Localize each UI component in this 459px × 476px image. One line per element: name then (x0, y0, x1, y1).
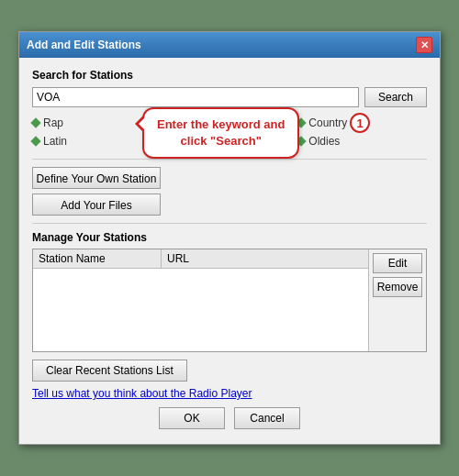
edit-button[interactable]: Edit (373, 253, 422, 273)
tooltip-number: 1 (350, 113, 370, 133)
search-button[interactable]: Search (364, 87, 427, 107)
remove-button[interactable]: Remove (373, 277, 422, 297)
close-button[interactable]: ✕ (416, 37, 432, 53)
table-main: Station Name URL (33, 249, 368, 351)
stations-table: Station Name URL Edit Remove (32, 249, 427, 352)
genre-label: Oldies (308, 135, 340, 148)
search-input[interactable] (32, 87, 359, 107)
diamond-icon (30, 136, 40, 146)
feedback-link[interactable]: Tell us what you think about the Radio P… (32, 387, 427, 400)
col-station-name: Station Name (33, 249, 162, 268)
genre-label: Latin (43, 135, 67, 148)
table-side-buttons: Edit Remove (368, 249, 426, 351)
ok-button[interactable]: OK (159, 407, 225, 429)
table-header: Station Name URL (33, 249, 368, 269)
search-section-label: Search for Stations (32, 69, 427, 82)
title-bar: Add and Edit Stations ✕ (19, 32, 440, 58)
diamond-icon (30, 117, 40, 127)
divider-2 (32, 223, 427, 224)
bottom-section: Clear Recent Stations List Tell us what … (32, 360, 427, 433)
tooltip-line2: click "Search" (181, 134, 262, 148)
genre-label: Rap (43, 116, 63, 129)
cancel-button[interactable]: Cancel (234, 407, 300, 429)
add-files-button[interactable]: Add Your Files (32, 194, 161, 216)
col-url: URL (162, 249, 368, 268)
define-station-button[interactable]: Define Your Own Station (32, 167, 161, 189)
genre-oldies[interactable]: Oldies (297, 133, 427, 149)
tooltip-line1: Enter the keyword and (157, 117, 285, 131)
clear-stations-button[interactable]: Clear Recent Stations List (32, 360, 187, 382)
genre-grid: Rap Blues Country Enter the keyword and … (32, 115, 427, 149)
main-window: Add and Edit Stations ✕ Search for Stati… (18, 31, 441, 445)
genre-label: Country (308, 116, 347, 129)
divider-1 (32, 159, 427, 160)
tooltip-bubble: Enter the keyword and click "Search" (142, 107, 299, 159)
ok-cancel-row: OK Cancel (32, 407, 427, 433)
search-row: Search (32, 87, 427, 107)
window-title: Add and Edit Stations (27, 39, 141, 51)
table-body (33, 269, 368, 351)
manage-section-label: Manage Your Stations (32, 231, 427, 244)
